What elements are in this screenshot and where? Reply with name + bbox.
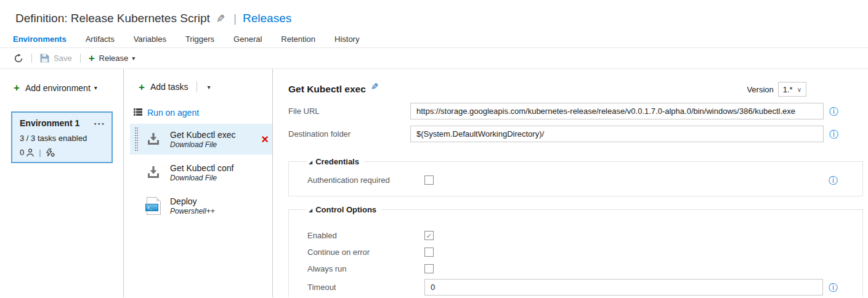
task-name: Get Kubectl conf xyxy=(170,163,259,173)
credentials-group-header[interactable]: ◢Credentials xyxy=(306,157,364,166)
refresh-icon xyxy=(14,54,23,63)
environments-panel: + Add environment ▾ Environment 1 ●●● 3 … xyxy=(0,69,124,297)
download-file-icon xyxy=(144,131,163,147)
enabled-label: Enabled xyxy=(307,231,424,240)
destination-folder-input[interactable] xyxy=(410,126,824,142)
control-options-group: ◢Control Options Enabled ✓ Continue on e… xyxy=(288,205,863,297)
environment-name: Environment 1 xyxy=(20,118,79,128)
destination-folder-label: Destination folder xyxy=(288,129,410,139)
file-url-input[interactable] xyxy=(410,103,824,119)
remove-task-icon[interactable]: × xyxy=(261,133,269,145)
chevron-down-icon: ∨ xyxy=(797,86,801,93)
drag-handle[interactable] xyxy=(135,127,138,151)
task-name: Deploy xyxy=(170,196,259,206)
task-type: Powershell++ xyxy=(170,207,259,215)
file-url-label: File URL xyxy=(288,107,410,116)
release-button[interactable]: + Release ▾ xyxy=(89,53,136,63)
task-list: Get Kubectl exec Download File × Get Kub… xyxy=(124,124,272,221)
info-icon[interactable]: ⓘ xyxy=(829,175,838,185)
add-tasks-dropdown[interactable]: ▾ xyxy=(207,84,210,91)
run-on-agent-label: Run on agent xyxy=(147,108,199,118)
definition-header: Definition: Release Kubernetes Script ✎ … xyxy=(0,0,868,28)
powershell-icon: ›_ xyxy=(144,197,163,215)
version-select[interactable]: 1.* ∨ xyxy=(778,82,806,97)
add-environment-label: Add environment xyxy=(25,83,91,93)
more-options-icon[interactable]: ●●● xyxy=(94,121,105,126)
edit-task-name-icon[interactable]: ✎ xyxy=(371,81,379,92)
environment-tasks-summary: 3 / 3 tasks enabled xyxy=(20,134,105,143)
approvals-count: 0 xyxy=(20,148,24,157)
task-editor-title: Get Kubectl exec xyxy=(288,84,366,95)
tab-general[interactable]: General xyxy=(233,34,262,47)
plus-icon: + xyxy=(89,53,95,63)
add-tasks-label: Add tasks xyxy=(150,82,188,92)
toolbar-divider xyxy=(31,54,32,63)
task-editor-panel: Get Kubectl exec ✎ Version 1.* ∨ File UR… xyxy=(273,69,868,297)
task-type: Download File xyxy=(170,174,259,182)
main-content: + Add environment ▾ Environment 1 ●●● 3 … xyxy=(0,69,868,297)
refresh-button[interactable] xyxy=(14,54,23,63)
releases-link[interactable]: Releases xyxy=(243,12,291,25)
add-tasks-button[interactable]: + Add tasks xyxy=(139,82,188,92)
info-icon[interactable]: ⓘ xyxy=(829,129,838,139)
tasks-panel: + Add tasks ▾ Run on agent xyxy=(124,69,273,297)
title-separator: | xyxy=(233,12,237,25)
info-icon[interactable]: ⓘ xyxy=(829,107,838,116)
chevron-down-icon: ▾ xyxy=(132,55,135,62)
task-item-deploy[interactable]: ›_ Deploy Powershell++ × xyxy=(130,190,272,221)
authentication-required-label: Authentication required xyxy=(307,175,424,185)
save-button[interactable]: Save xyxy=(40,54,72,63)
add-environment-button[interactable]: + Add environment ▾ xyxy=(14,83,123,93)
control-options-group-header[interactable]: ◢Control Options xyxy=(306,205,381,214)
download-file-icon xyxy=(144,164,163,180)
task-type: Download File xyxy=(170,140,259,149)
tab-variables[interactable]: Variables xyxy=(134,34,166,47)
icon-separator: | xyxy=(39,148,41,157)
edit-definition-name-icon[interactable]: ✎ xyxy=(216,12,225,25)
info-icon[interactable]: ⓘ xyxy=(829,283,838,292)
collapse-icon: ◢ xyxy=(309,207,312,213)
tab-history[interactable]: History xyxy=(335,34,359,47)
chevron-down-icon: ▾ xyxy=(94,84,97,91)
tab-retention[interactable]: Retention xyxy=(281,34,315,47)
run-on-agent-link[interactable]: Run on agent xyxy=(134,107,272,118)
enabled-checkbox[interactable]: ✓ xyxy=(424,231,434,240)
task-item-get-kubectl-exec[interactable]: Get Kubectl exec Download File × xyxy=(130,124,272,155)
always-run-label: Always run xyxy=(307,264,424,273)
tab-triggers[interactable]: Triggers xyxy=(185,34,214,47)
agent-phase-icon xyxy=(134,107,142,118)
authentication-required-checkbox[interactable]: ✓ xyxy=(424,175,434,185)
definition-tabs: Environments Artifacts Variables Trigger… xyxy=(0,28,868,48)
plus-icon: + xyxy=(139,82,145,92)
version-value: 1.* xyxy=(783,85,793,94)
timeout-label: Timeout xyxy=(307,283,424,292)
environment-card[interactable]: Environment 1 ●●● 3 / 3 tasks enabled 0 … xyxy=(11,111,113,163)
toolbar: Save + Release ▾ xyxy=(0,48,868,69)
trigger-settings-icon[interactable] xyxy=(46,148,55,157)
plus-icon: + xyxy=(14,83,20,93)
task-item-get-kubectl-conf[interactable]: Get Kubectl conf Download File × xyxy=(130,157,272,188)
continue-on-error-checkbox[interactable]: ✓ xyxy=(424,248,434,257)
tab-environments[interactable]: Environments xyxy=(13,34,67,47)
tab-artifacts[interactable]: Artifacts xyxy=(86,34,115,47)
button-divider xyxy=(197,81,197,92)
toolbar-divider xyxy=(80,54,81,63)
page-title: Definition: Release Kubernetes Script xyxy=(15,12,210,25)
timeout-input[interactable] xyxy=(424,279,823,296)
continue-on-error-label: Continue on error xyxy=(307,248,424,257)
task-name: Get Kubectl exec xyxy=(170,130,259,140)
person-icon[interactable] xyxy=(26,148,34,157)
always-run-checkbox[interactable]: ✓ xyxy=(424,264,434,273)
save-label: Save xyxy=(54,54,72,63)
release-label: Release xyxy=(99,54,129,63)
version-label: Version xyxy=(747,85,773,94)
save-icon xyxy=(40,54,49,63)
collapse-icon: ◢ xyxy=(309,159,312,165)
credentials-group: ◢Credentials Authentication required ✓ ⓘ xyxy=(288,157,863,196)
